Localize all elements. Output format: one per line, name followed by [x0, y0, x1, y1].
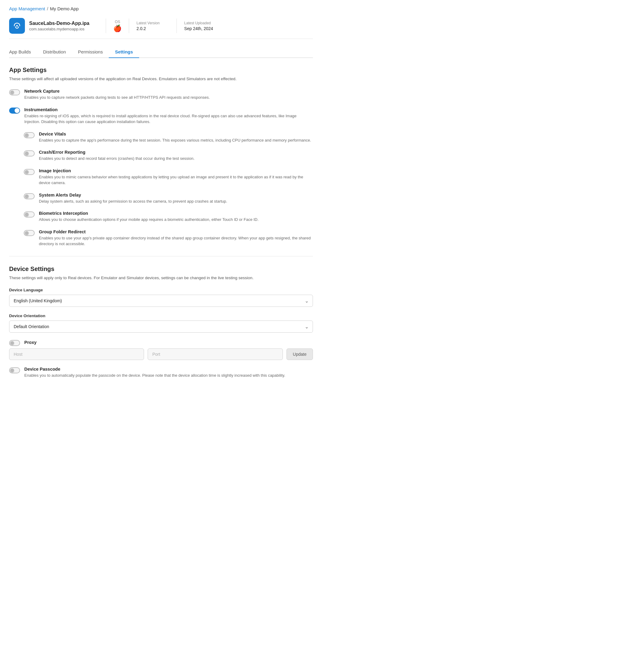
- tab-permissions[interactable]: Permissions: [72, 46, 109, 58]
- breadcrumb: App Management / My Demo App: [9, 6, 313, 11]
- setting-system-alerts-delay: System Alerts Delay Delay system alerts,…: [24, 192, 313, 204]
- biometrics-desc: Allows you to choose authentication opti…: [39, 217, 258, 223]
- latest-uploaded-label: Latest Uploaded: [184, 21, 213, 25]
- device-orientation-label: Device Orientation: [9, 314, 313, 318]
- app-settings-title: App Settings: [9, 67, 313, 73]
- device-orientation-select-wrap: Default Orientation Portrait Landscape ⌄: [9, 320, 313, 333]
- device-language-select-wrap: English (United Kingdom) English (United…: [9, 295, 313, 307]
- proxy-inputs: Update: [9, 349, 313, 360]
- device-vitals-toggle[interactable]: [24, 132, 35, 138]
- device-settings-title: Device Settings: [9, 266, 313, 272]
- image-injection-label: Image Injection: [39, 168, 313, 173]
- instrumentation-toggle[interactable]: [9, 107, 20, 115]
- latest-version-label: Latest Version: [136, 21, 160, 25]
- instrumentation-label: Instrumentation: [24, 107, 313, 112]
- image-injection-toggle[interactable]: [24, 169, 35, 175]
- setting-biometrics-interception: Biometrics Interception Allows you to ch…: [24, 211, 313, 223]
- instrumentation-desc: Enables re-signing of iOS apps, which is…: [24, 113, 313, 125]
- group-folder-label: Group Folder Redirect: [39, 229, 313, 234]
- proxy-update-button[interactable]: Update: [286, 349, 313, 360]
- tab-settings[interactable]: Settings: [109, 46, 139, 58]
- header-divider-1: [106, 18, 106, 33]
- os-label: OS: [115, 20, 120, 24]
- device-passcode-desc: Enables you to automatically populate th…: [24, 372, 285, 379]
- network-capture-desc: Enables you to capture network packets d…: [24, 95, 210, 101]
- header-divider-2: [129, 18, 129, 33]
- network-capture-label: Network Capture: [24, 89, 210, 94]
- app-settings-desc: These settings will affect all uploaded …: [9, 76, 313, 82]
- svg-point-1: [16, 25, 18, 27]
- proxy-toggle[interactable]: [9, 340, 20, 346]
- device-passcode-toggle[interactable]: [9, 367, 20, 373]
- image-injection-desc: Enables you to mimic camera behavior whe…: [39, 174, 313, 186]
- device-vitals-desc: Enables you to capture the app's perform…: [39, 137, 311, 144]
- meta-os: OS 🍎: [113, 20, 121, 32]
- app-header: SauceLabs-Demo-App.ipa com.saucelabs.myd…: [9, 18, 313, 39]
- crash-error-desc: Enables you to detect and record fatal e…: [39, 155, 195, 162]
- breadcrumb-current: My Demo App: [50, 6, 79, 11]
- device-language-select[interactable]: English (United Kingdom) English (United…: [9, 295, 313, 307]
- device-orientation-select[interactable]: Default Orientation Portrait Landscape: [9, 320, 313, 333]
- section-divider: [9, 256, 313, 256]
- proxy-label: Proxy: [24, 340, 36, 345]
- header-divider-3: [177, 18, 177, 33]
- apple-os-icon: 🍎: [113, 25, 121, 32]
- tab-app-builds[interactable]: App Builds: [9, 46, 37, 58]
- breadcrumb-separator: /: [47, 6, 48, 11]
- biometrics-label: Biometrics Interception: [39, 211, 258, 216]
- group-folder-desc: Enables you to use your app's private ap…: [39, 235, 313, 247]
- setting-group-folder-redirect: Group Folder Redirect Enables you to use…: [24, 229, 313, 247]
- app-settings-section: App Settings These settings will affect …: [9, 67, 313, 247]
- tab-distribution[interactable]: Distribution: [37, 46, 72, 58]
- group-folder-toggle[interactable]: [24, 230, 35, 236]
- device-vitals-label: Device Vitals: [39, 132, 311, 136]
- crash-error-label: Crash/Error Reporting: [39, 150, 195, 155]
- setting-network-capture: Network Capture Enables you to capture n…: [9, 89, 313, 101]
- proxy-host-input[interactable]: [9, 349, 144, 360]
- setting-crash-error-reporting: Crash/Error Reporting Enables you to det…: [24, 150, 313, 162]
- system-alerts-desc: Delay system alerts, such as asking for …: [39, 198, 227, 204]
- latest-version-value: 2.0.2: [136, 26, 160, 31]
- app-name: SauceLabs-Demo-App.ipa: [29, 21, 89, 26]
- device-language-label: Device Language: [9, 288, 313, 292]
- biometrics-toggle[interactable]: [24, 211, 35, 218]
- system-alerts-toggle[interactable]: [24, 193, 35, 199]
- latest-uploaded-value: Sep 24th, 2024: [184, 26, 213, 31]
- setting-device-passcode: Device Passcode Enables you to automatic…: [9, 367, 313, 379]
- meta-latest-version: Latest Version 2.0.2: [136, 21, 160, 31]
- saucelabs-logo-icon: [11, 20, 23, 32]
- proxy-section: Proxy Update: [9, 339, 313, 360]
- setting-device-vitals: Device Vitals Enables you to capture the…: [24, 132, 313, 144]
- device-passcode-label: Device Passcode: [24, 367, 285, 372]
- device-settings-desc: These settings will apply only to Real d…: [9, 275, 313, 281]
- setting-image-injection: Image Injection Enables you to mimic cam…: [24, 168, 313, 186]
- app-icon: [9, 18, 25, 34]
- app-bundle-id: com.saucelabs.mydemoapp.ios: [29, 27, 89, 31]
- breadcrumb-parent[interactable]: App Management: [9, 6, 45, 11]
- setting-instrumentation: Instrumentation Enables re-signing of iO…: [9, 107, 313, 125]
- device-settings-section: Device Settings These settings will appl…: [9, 266, 313, 379]
- app-info: SauceLabs-Demo-App.ipa com.saucelabs.myd…: [29, 21, 89, 31]
- crash-error-toggle[interactable]: [24, 150, 35, 156]
- network-capture-toggle[interactable]: [9, 89, 20, 95]
- proxy-port-input[interactable]: [148, 349, 283, 360]
- meta-latest-uploaded: Latest Uploaded Sep 24th, 2024: [184, 21, 213, 31]
- system-alerts-label: System Alerts Delay: [39, 192, 227, 198]
- tab-bar: App Builds Distribution Permissions Sett…: [9, 46, 313, 58]
